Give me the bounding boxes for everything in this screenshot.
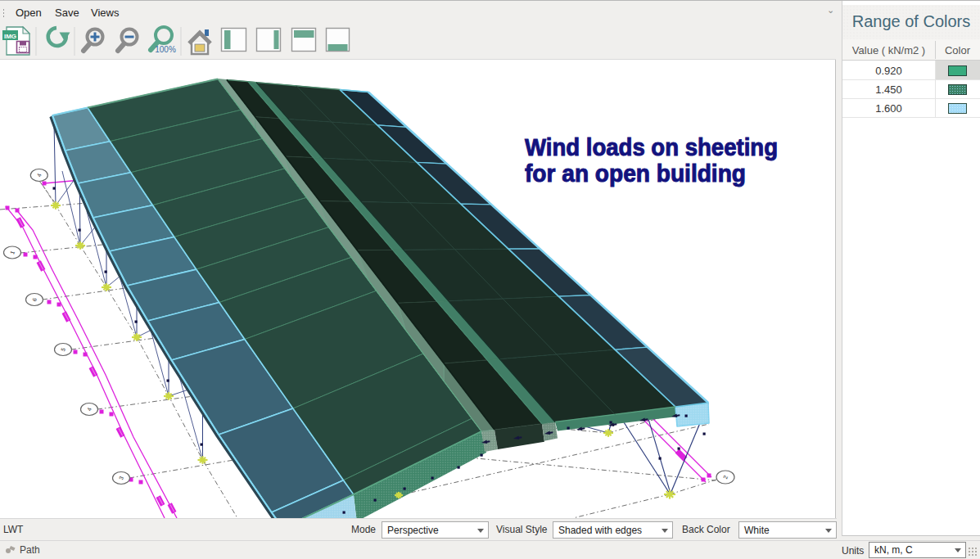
svg-text:100%: 100%: [155, 45, 176, 54]
svg-text:IMG: IMG: [4, 33, 16, 40]
svg-text:for an open building: for an open building: [525, 160, 746, 187]
svg-text:Wind loads on sheeting: Wind loads on sheeting: [525, 133, 778, 160]
